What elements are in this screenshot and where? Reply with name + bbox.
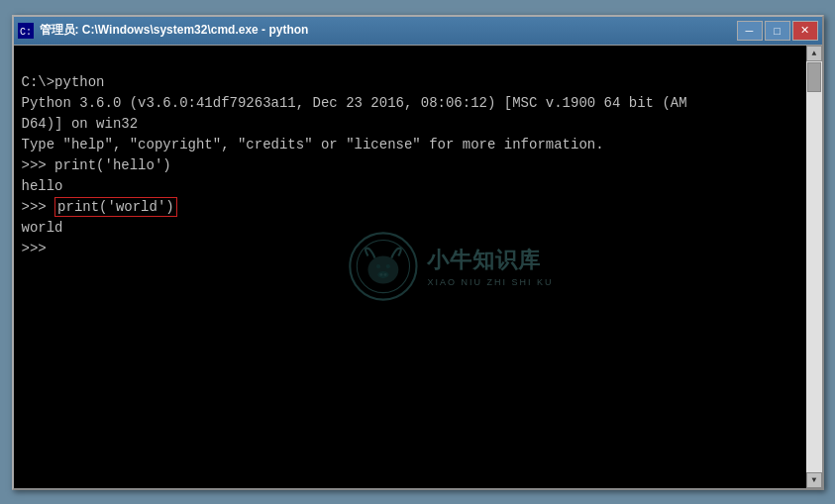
minimize-button[interactable]: ─: [737, 21, 763, 41]
window-body: 小牛知识库 XIAO NIU ZHI SHI KU C:\>python Pyt…: [14, 45, 822, 488]
svg-point-9: [383, 273, 386, 276]
terminal-line-5: >>> print('hello'): [22, 157, 171, 173]
cmd-window: C: 管理员: C:\Windows\system32\cmd.exe - py…: [12, 15, 824, 490]
terminal-line-9: >>>: [22, 241, 55, 256]
window-controls: ─ □ ✕: [737, 21, 818, 41]
svg-text:C:: C:: [20, 27, 32, 38]
title-bar: C: 管理员: C:\Windows\system32\cmd.exe - py…: [14, 17, 822, 45]
close-button[interactable]: ✕: [792, 21, 818, 41]
window-title: 管理员: C:\Windows\system32\cmd.exe - pytho…: [40, 22, 737, 39]
terminal-line-1: C:\>python: [22, 74, 105, 90]
svg-point-6: [385, 264, 389, 268]
terminal-line-2: Python 3.6.0 (v3.6.0:41df79263a11, Dec 2…: [22, 95, 687, 111]
terminal-line-6: hello: [22, 178, 63, 194]
terminal-output: C:\>python Python 3.6.0 (v3.6.0:41df7926…: [22, 51, 798, 259]
scroll-track[interactable]: [806, 61, 822, 472]
terminal-line-3: D64)] on win32: [22, 116, 139, 132]
terminal-line-8: world: [22, 220, 63, 236]
svg-point-4: [367, 256, 398, 284]
scrollbar[interactable]: ▲ ▼: [806, 46, 822, 488]
svg-point-7: [377, 271, 388, 278]
terminal-line-4: Type "help", "copyright", "credits" or "…: [22, 137, 604, 152]
scroll-down-button[interactable]: ▼: [806, 472, 822, 488]
maximize-button[interactable]: □: [765, 21, 790, 41]
scroll-thumb[interactable]: [807, 62, 821, 92]
svg-point-8: [379, 273, 382, 276]
terminal-line-7-prompt: >>>: [22, 199, 55, 215]
watermark-sub: XIAO NIU ZHI SHI KU: [427, 277, 553, 287]
svg-point-5: [375, 264, 379, 268]
scroll-up-button[interactable]: ▲: [806, 46, 822, 61]
cmd-icon: C:: [18, 23, 34, 39]
terminal-area[interactable]: 小牛知识库 XIAO NIU ZHI SHI KU C:\>python Pyt…: [14, 46, 806, 488]
terminal-highlighted-cmd: print('world'): [54, 197, 177, 217]
